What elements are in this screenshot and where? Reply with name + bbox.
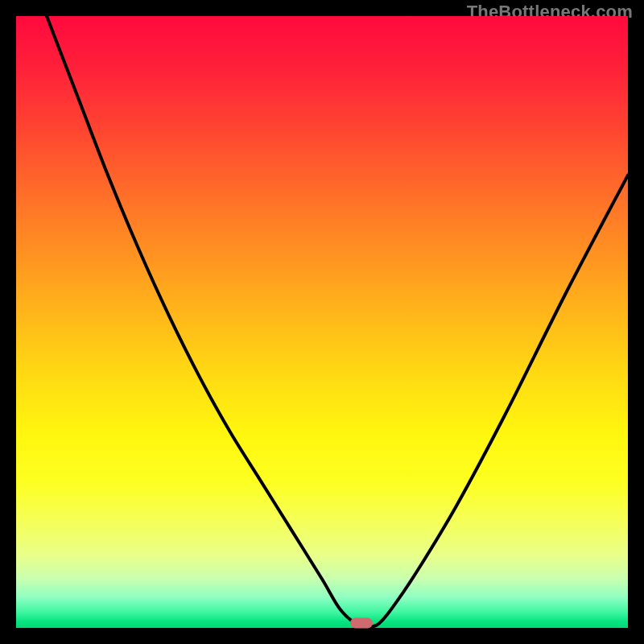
- plot-area: [16, 16, 628, 628]
- chart-frame: TheBottleneck.com: [0, 0, 644, 644]
- trough-marker: [350, 617, 373, 628]
- bottleneck-curve-path: [47, 16, 628, 627]
- curve-svg: [16, 16, 628, 628]
